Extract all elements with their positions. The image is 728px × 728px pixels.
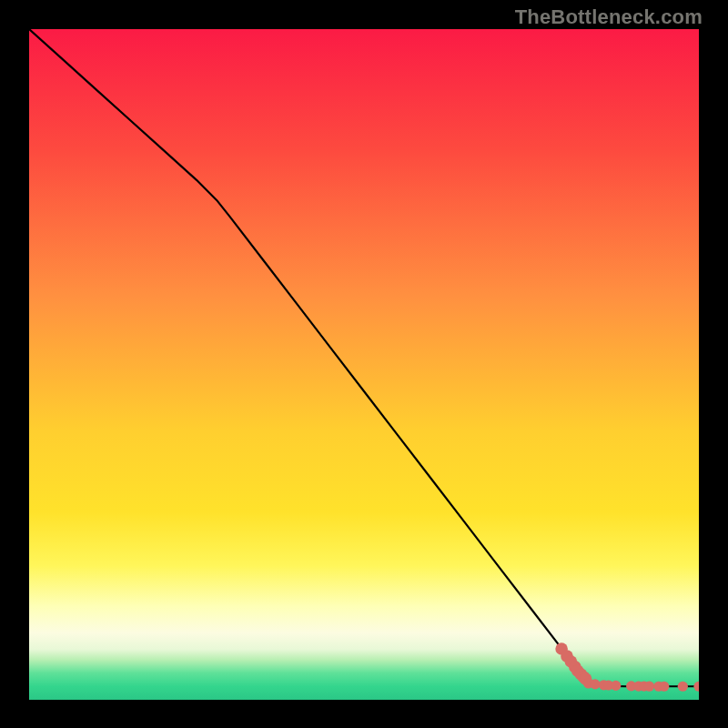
plot-area — [29, 29, 699, 700]
plot-canvas — [29, 29, 699, 700]
watermark-text: TheBottleneck.com — [515, 5, 703, 29]
chart-frame: TheBottleneck.com — [0, 0, 728, 728]
